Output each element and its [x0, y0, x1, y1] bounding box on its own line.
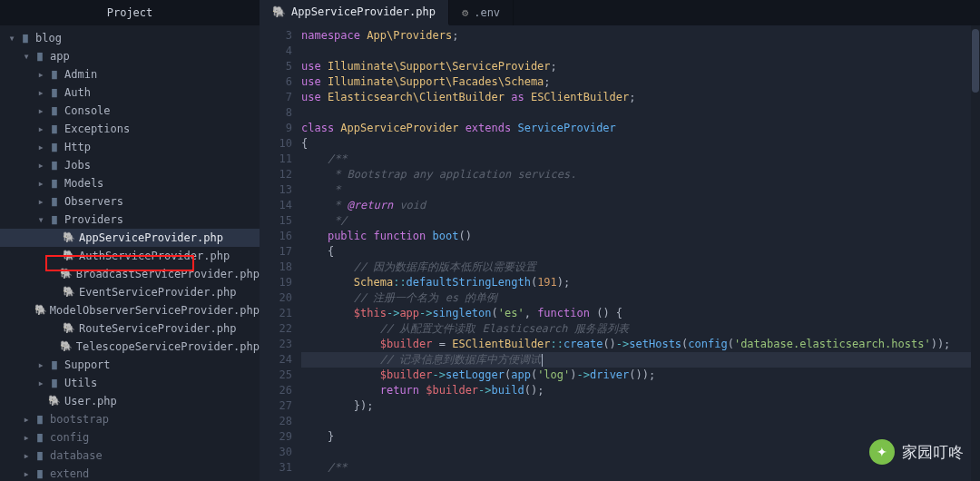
code-line — [301, 445, 980, 460]
tree-folder[interactable]: ▸▇Exceptions — [0, 120, 260, 138]
folder-icon: ▇ — [18, 29, 33, 47]
tree-folder[interactable]: ▸▇Models — [0, 174, 260, 192]
chevron-right-icon[interactable]: ▸ — [36, 356, 45, 374]
tree-item-label: Support — [64, 356, 111, 374]
chevron-right-icon[interactable]: ▸ — [36, 138, 45, 156]
code-line: }); — [301, 398, 980, 414]
scrollbar-thumb[interactable] — [972, 29, 979, 93]
code-line: */ — [301, 213, 980, 229]
tree-file[interactable]: 🐘AuthServiceProvider.php — [0, 247, 260, 265]
chevron-right-icon[interactable]: ▸ — [36, 156, 45, 174]
chevron-right-icon[interactable]: ▸ — [36, 174, 45, 192]
tree-item-label: blog — [35, 29, 62, 47]
tree-folder[interactable]: ▸▇Http — [0, 138, 260, 156]
tree-file[interactable]: 🐘ModelObserverServiceProvider.php — [0, 301, 260, 319]
chevron-down-icon[interactable]: ▾ — [22, 47, 31, 65]
line-number: 16 — [260, 229, 292, 244]
gear-icon: ⚙ — [462, 6, 468, 19]
tree-item-label: AuthServiceProvider.php — [79, 247, 230, 265]
tree-folder[interactable]: ▾▇app — [0, 47, 260, 65]
tree-folder[interactable]: ▾▇blog — [0, 29, 260, 47]
line-number-gutter: 3456789101112131415161718192021222324252… — [260, 25, 301, 481]
tree-item-label: Observers — [64, 192, 123, 211]
tree-file[interactable]: 🐘EventServiceProvider.php — [0, 283, 260, 301]
tree-item-label: Models — [64, 174, 103, 192]
line-number: 3 — [260, 28, 292, 44]
tree-file[interactable]: 🐘BroadcastServiceProvider.php — [0, 265, 260, 283]
chevron-right-icon[interactable]: ▸ — [36, 83, 45, 102]
line-number: 5 — [260, 59, 292, 74]
tree-folder[interactable]: ▸▇Support — [0, 356, 260, 374]
tree-folder[interactable]: ▸▇Observers — [0, 192, 260, 211]
tree-folder[interactable]: ▸▇database — [0, 447, 260, 465]
tree-folder[interactable]: ▸▇Jobs — [0, 156, 260, 174]
tab-label: AppServiceProvider.php — [291, 5, 436, 18]
tree-item-label: EventServiceProvider.php — [79, 283, 236, 301]
tree-item-label: BroadcastServiceProvider.php — [76, 265, 260, 283]
tree-item-label: Exceptions — [64, 120, 130, 138]
chevron-right-icon[interactable]: ▸ — [22, 410, 31, 428]
tab-env[interactable]: ⚙ .env — [449, 0, 514, 25]
tree-file[interactable]: 🐘TelescopeServiceProvider.php — [0, 338, 260, 356]
folder-icon: ▇ — [47, 156, 62, 174]
tab-label: .env — [474, 6, 500, 19]
line-number: 26 — [260, 383, 292, 398]
code-area[interactable]: namespace App\Providers;use Illuminate\S… — [301, 25, 980, 481]
tree-folder[interactable]: ▸▇Auth — [0, 83, 260, 102]
chevron-right-icon[interactable]: ▸ — [22, 465, 31, 481]
tree-file[interactable]: 🐘RouteServiceProvider.php — [0, 319, 260, 338]
code-line — [301, 44, 980, 59]
php-icon: 🐘 — [62, 247, 76, 265]
tree-folder[interactable]: ▸▇extend — [0, 465, 260, 481]
tree-item-label: config — [50, 428, 89, 447]
folder-icon: ▇ — [47, 374, 62, 392]
chevron-right-icon[interactable]: ▸ — [36, 102, 45, 120]
chevron-down-icon[interactable]: ▾ — [7, 29, 16, 47]
chevron-right-icon[interactable]: ▸ — [36, 374, 45, 392]
line-number: 22 — [260, 321, 292, 337]
chevron-right-icon[interactable]: ▸ — [22, 428, 31, 447]
project-tree[interactable]: ▾▇blog▾▇app▸▇Admin▸▇Auth▸▇Console▸▇Excep… — [0, 25, 260, 481]
line-number: 8 — [260, 105, 292, 121]
tree-file[interactable]: 🐘AppServiceProvider.php — [0, 229, 260, 247]
tab-appserviceprovider[interactable]: 🐘 AppServiceProvider.php — [260, 0, 449, 25]
code-line — [301, 414, 980, 429]
tree-item-label: Utils — [64, 374, 97, 392]
folder-icon: ▇ — [47, 356, 62, 374]
code-line: // 注册一个名为 es 的单例 — [301, 290, 980, 306]
tree-folder[interactable]: ▸▇Admin — [0, 65, 260, 83]
line-number: 23 — [260, 337, 292, 352]
chevron-right-icon[interactable]: ▸ — [36, 65, 45, 83]
tree-folder[interactable]: ▾▇Providers — [0, 211, 260, 229]
code-line: /** — [301, 152, 980, 167]
folder-icon: ▇ — [47, 174, 62, 192]
chevron-right-icon[interactable]: ▸ — [36, 192, 45, 211]
php-icon: 🐘 — [272, 5, 286, 18]
tree-item-label: Auth — [64, 83, 91, 102]
php-icon: 🐘 — [34, 301, 47, 319]
tree-folder[interactable]: ▸▇config — [0, 428, 260, 447]
line-number: 6 — [260, 74, 292, 90]
vertical-scrollbar[interactable] — [971, 25, 980, 481]
php-icon: 🐘 — [62, 283, 76, 301]
tree-file[interactable]: 🐘User.php — [0, 392, 260, 410]
line-number: 19 — [260, 275, 292, 290]
chevron-down-icon[interactable]: ▾ — [36, 211, 45, 229]
folder-icon: ▇ — [33, 47, 47, 65]
code-line: } — [301, 429, 980, 445]
tree-folder[interactable]: ▸▇bootstrap — [0, 410, 260, 428]
line-number: 30 — [260, 445, 292, 460]
tree-item-label: bootstrap — [50, 410, 109, 428]
chevron-right-icon[interactable]: ▸ — [36, 120, 45, 138]
editor-tabs: 🐘 AppServiceProvider.php ⚙ .env — [260, 0, 980, 25]
code-line: use Illuminate\Support\ServiceProvider; — [301, 59, 980, 74]
line-number: 29 — [260, 429, 292, 445]
php-icon: 🐘 — [47, 392, 62, 410]
php-icon: 🐘 — [59, 338, 73, 356]
line-number: 12 — [260, 167, 292, 182]
tree-folder[interactable]: ▸▇Console — [0, 102, 260, 120]
tree-folder[interactable]: ▸▇Utils — [0, 374, 260, 392]
chevron-right-icon[interactable]: ▸ — [22, 447, 31, 465]
code-editor[interactable]: 3456789101112131415161718192021222324252… — [260, 25, 980, 481]
tree-item-label: Jobs — [64, 156, 91, 174]
